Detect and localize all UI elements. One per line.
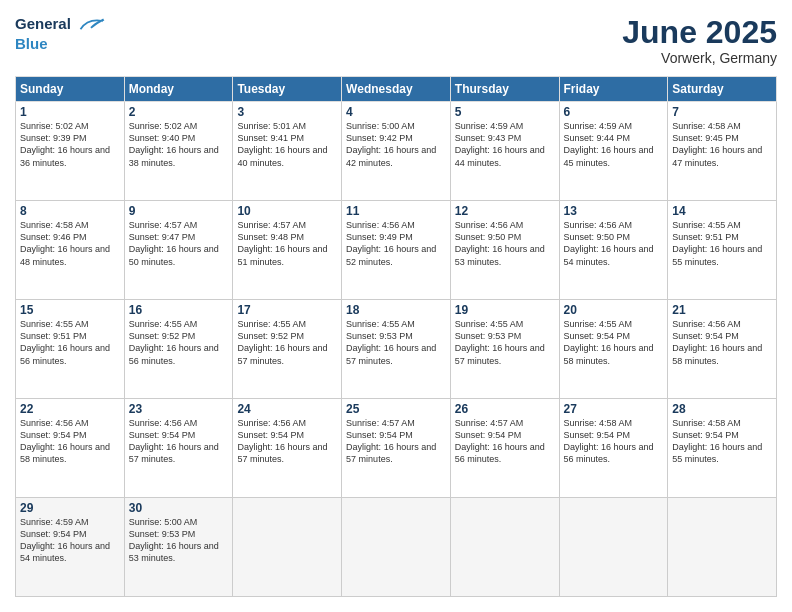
day-info: Sunrise: 4:57 AMSunset: 9:54 PMDaylight:… [346, 417, 446, 466]
day-info: Sunrise: 5:02 AMSunset: 9:40 PMDaylight:… [129, 120, 229, 169]
day-info: Sunrise: 4:56 AMSunset: 9:54 PMDaylight:… [129, 417, 229, 466]
day-number: 4 [346, 105, 446, 119]
day-info: Sunrise: 4:59 AMSunset: 9:44 PMDaylight:… [564, 120, 664, 169]
day-info: Sunrise: 4:57 AMSunset: 9:47 PMDaylight:… [129, 219, 229, 268]
col-header-monday: Monday [124, 77, 233, 102]
day-cell: 14Sunrise: 4:55 AMSunset: 9:51 PMDayligh… [668, 201, 777, 300]
col-header-sunday: Sunday [16, 77, 125, 102]
day-cell: 22Sunrise: 4:56 AMSunset: 9:54 PMDayligh… [16, 399, 125, 498]
day-cell [233, 498, 342, 597]
day-number: 27 [564, 402, 664, 416]
day-cell: 3Sunrise: 5:01 AMSunset: 9:41 PMDaylight… [233, 102, 342, 201]
day-cell: 9Sunrise: 4:57 AMSunset: 9:47 PMDaylight… [124, 201, 233, 300]
day-cell: 21Sunrise: 4:56 AMSunset: 9:54 PMDayligh… [668, 300, 777, 399]
day-info: Sunrise: 4:55 AMSunset: 9:52 PMDaylight:… [237, 318, 337, 367]
week-row-5: 29Sunrise: 4:59 AMSunset: 9:54 PMDayligh… [16, 498, 777, 597]
calendar-body: 1Sunrise: 5:02 AMSunset: 9:39 PMDaylight… [16, 102, 777, 597]
day-info: Sunrise: 4:58 AMSunset: 9:54 PMDaylight:… [672, 417, 772, 466]
day-cell: 15Sunrise: 4:55 AMSunset: 9:51 PMDayligh… [16, 300, 125, 399]
day-number: 24 [237, 402, 337, 416]
day-info: Sunrise: 5:02 AMSunset: 9:39 PMDaylight:… [20, 120, 120, 169]
day-cell: 2Sunrise: 5:02 AMSunset: 9:40 PMDaylight… [124, 102, 233, 201]
day-cell [342, 498, 451, 597]
day-info: Sunrise: 4:56 AMSunset: 9:54 PMDaylight:… [20, 417, 120, 466]
day-cell: 16Sunrise: 4:55 AMSunset: 9:52 PMDayligh… [124, 300, 233, 399]
day-info: Sunrise: 4:56 AMSunset: 9:50 PMDaylight:… [455, 219, 555, 268]
day-number: 25 [346, 402, 446, 416]
day-number: 16 [129, 303, 229, 317]
day-info: Sunrise: 4:55 AMSunset: 9:53 PMDaylight:… [455, 318, 555, 367]
day-info: Sunrise: 4:56 AMSunset: 9:49 PMDaylight:… [346, 219, 446, 268]
day-cell: 26Sunrise: 4:57 AMSunset: 9:54 PMDayligh… [450, 399, 559, 498]
day-cell: 10Sunrise: 4:57 AMSunset: 9:48 PMDayligh… [233, 201, 342, 300]
day-cell: 20Sunrise: 4:55 AMSunset: 9:54 PMDayligh… [559, 300, 668, 399]
day-cell: 17Sunrise: 4:55 AMSunset: 9:52 PMDayligh… [233, 300, 342, 399]
calendar-table: SundayMondayTuesdayWednesdayThursdayFrid… [15, 76, 777, 597]
logo-text: General [15, 15, 105, 35]
day-number: 21 [672, 303, 772, 317]
day-cell: 13Sunrise: 4:56 AMSunset: 9:50 PMDayligh… [559, 201, 668, 300]
week-row-3: 15Sunrise: 4:55 AMSunset: 9:51 PMDayligh… [16, 300, 777, 399]
day-info: Sunrise: 4:56 AMSunset: 9:54 PMDaylight:… [237, 417, 337, 466]
day-number: 29 [20, 501, 120, 515]
day-number: 30 [129, 501, 229, 515]
location-subtitle: Vorwerk, Germany [622, 50, 777, 66]
col-header-tuesday: Tuesday [233, 77, 342, 102]
col-header-saturday: Saturday [668, 77, 777, 102]
col-header-thursday: Thursday [450, 77, 559, 102]
day-number: 2 [129, 105, 229, 119]
header: General Blue June 2025 Vorwerk, Germany [15, 15, 777, 66]
day-info: Sunrise: 4:55 AMSunset: 9:53 PMDaylight:… [346, 318, 446, 367]
day-info: Sunrise: 4:57 AMSunset: 9:54 PMDaylight:… [455, 417, 555, 466]
logo-blue: Blue [15, 35, 105, 52]
day-number: 18 [346, 303, 446, 317]
day-info: Sunrise: 4:55 AMSunset: 9:54 PMDaylight:… [564, 318, 664, 367]
month-title: June 2025 [622, 15, 777, 50]
day-cell: 29Sunrise: 4:59 AMSunset: 9:54 PMDayligh… [16, 498, 125, 597]
week-row-4: 22Sunrise: 4:56 AMSunset: 9:54 PMDayligh… [16, 399, 777, 498]
day-number: 14 [672, 204, 772, 218]
day-number: 20 [564, 303, 664, 317]
day-cell: 19Sunrise: 4:55 AMSunset: 9:53 PMDayligh… [450, 300, 559, 399]
day-number: 22 [20, 402, 120, 416]
week-row-1: 1Sunrise: 5:02 AMSunset: 9:39 PMDaylight… [16, 102, 777, 201]
day-cell: 28Sunrise: 4:58 AMSunset: 9:54 PMDayligh… [668, 399, 777, 498]
day-info: Sunrise: 4:58 AMSunset: 9:54 PMDaylight:… [564, 417, 664, 466]
day-number: 5 [455, 105, 555, 119]
day-number: 1 [20, 105, 120, 119]
day-number: 9 [129, 204, 229, 218]
day-cell: 8Sunrise: 4:58 AMSunset: 9:46 PMDaylight… [16, 201, 125, 300]
day-cell: 27Sunrise: 4:58 AMSunset: 9:54 PMDayligh… [559, 399, 668, 498]
day-info: Sunrise: 4:56 AMSunset: 9:50 PMDaylight:… [564, 219, 664, 268]
day-number: 17 [237, 303, 337, 317]
day-cell: 23Sunrise: 4:56 AMSunset: 9:54 PMDayligh… [124, 399, 233, 498]
day-number: 23 [129, 402, 229, 416]
day-info: Sunrise: 4:59 AMSunset: 9:43 PMDaylight:… [455, 120, 555, 169]
day-info: Sunrise: 5:00 AMSunset: 9:42 PMDaylight:… [346, 120, 446, 169]
day-info: Sunrise: 4:55 AMSunset: 9:51 PMDaylight:… [672, 219, 772, 268]
day-info: Sunrise: 4:58 AMSunset: 9:46 PMDaylight:… [20, 219, 120, 268]
day-cell: 25Sunrise: 4:57 AMSunset: 9:54 PMDayligh… [342, 399, 451, 498]
day-number: 8 [20, 204, 120, 218]
day-info: Sunrise: 4:56 AMSunset: 9:54 PMDaylight:… [672, 318, 772, 367]
day-cell: 6Sunrise: 4:59 AMSunset: 9:44 PMDaylight… [559, 102, 668, 201]
calendar-header: SundayMondayTuesdayWednesdayThursdayFrid… [16, 77, 777, 102]
week-row-2: 8Sunrise: 4:58 AMSunset: 9:46 PMDaylight… [16, 201, 777, 300]
day-number: 15 [20, 303, 120, 317]
day-cell: 18Sunrise: 4:55 AMSunset: 9:53 PMDayligh… [342, 300, 451, 399]
day-header-row: SundayMondayTuesdayWednesdayThursdayFrid… [16, 77, 777, 102]
day-number: 11 [346, 204, 446, 218]
title-block: June 2025 Vorwerk, Germany [622, 15, 777, 66]
day-info: Sunrise: 5:01 AMSunset: 9:41 PMDaylight:… [237, 120, 337, 169]
day-cell [450, 498, 559, 597]
day-number: 19 [455, 303, 555, 317]
day-info: Sunrise: 4:57 AMSunset: 9:48 PMDaylight:… [237, 219, 337, 268]
day-info: Sunrise: 4:58 AMSunset: 9:45 PMDaylight:… [672, 120, 772, 169]
col-header-wednesday: Wednesday [342, 77, 451, 102]
day-info: Sunrise: 5:00 AMSunset: 9:53 PMDaylight:… [129, 516, 229, 565]
day-cell: 7Sunrise: 4:58 AMSunset: 9:45 PMDaylight… [668, 102, 777, 201]
day-info: Sunrise: 4:55 AMSunset: 9:52 PMDaylight:… [129, 318, 229, 367]
day-number: 6 [564, 105, 664, 119]
col-header-friday: Friday [559, 77, 668, 102]
day-number: 10 [237, 204, 337, 218]
